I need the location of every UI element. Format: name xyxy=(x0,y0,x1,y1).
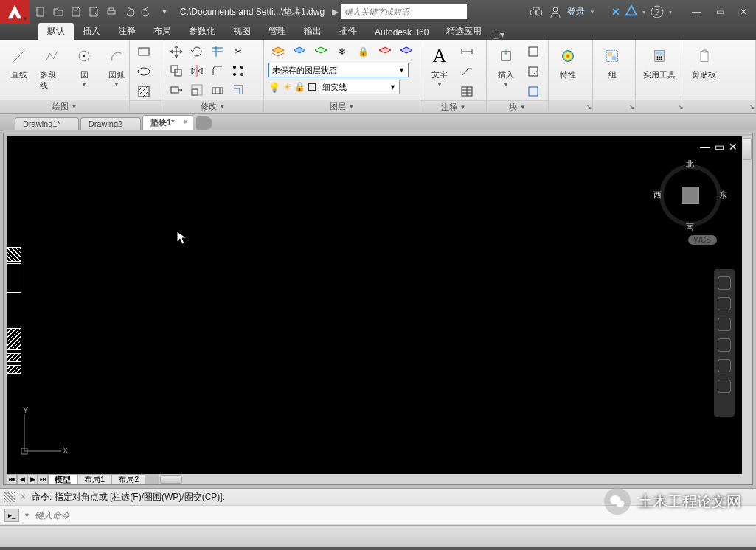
view-cube[interactable]: 北 南 西 东 xyxy=(653,159,727,232)
saveas-icon[interactable] xyxy=(86,4,102,20)
user-icon[interactable] xyxy=(548,4,563,19)
ribbon-tab-insert[interactable]: 插入 xyxy=(74,23,109,40)
login-link[interactable]: 登录 xyxy=(567,6,585,18)
table-icon[interactable] xyxy=(457,83,476,100)
rect-icon[interactable] xyxy=(134,43,153,60)
leader-icon[interactable] xyxy=(457,63,476,80)
create-block-icon[interactable] xyxy=(524,43,543,60)
layer-state-combo[interactable]: 未保存的图层状态▼ xyxy=(268,63,409,77)
cmd-prompt-icon[interactable]: ▸_ xyxy=(4,509,19,522)
layer-combo[interactable]: 细实线▼ xyxy=(319,80,400,94)
dw-restore[interactable]: ▭ xyxy=(715,141,724,153)
ellipse-icon[interactable] xyxy=(134,63,153,80)
exchange-icon[interactable]: ✕ xyxy=(611,6,620,18)
a360-icon[interactable] xyxy=(625,4,638,20)
drawing-canvas[interactable]: — ▭ ✕ 北 南 西 东 WCS YX xyxy=(7,136,742,474)
cmd-recent[interactable]: ▼ xyxy=(24,512,30,519)
ribbon-tab-more[interactable]: ▢▾ xyxy=(490,29,505,40)
panel-annotate-title[interactable]: 注释▼ xyxy=(420,100,486,113)
layout-tab-model[interactable]: 模型 xyxy=(48,474,77,484)
dim-linear-icon[interactable] xyxy=(457,43,476,60)
horizontal-scrollbar[interactable] xyxy=(159,474,742,484)
close-button[interactable]: ✕ xyxy=(734,5,753,18)
clipboard-button[interactable]: 剪贴板 xyxy=(689,43,719,82)
rotate-icon[interactable] xyxy=(187,43,207,60)
open-icon[interactable] xyxy=(50,4,66,20)
layer-off-icon[interactable] xyxy=(375,43,394,60)
ribbon-tab-param[interactable]: 参数化 xyxy=(180,23,224,40)
properties-button[interactable]: 特性 xyxy=(553,43,583,82)
dw-close[interactable]: ✕ xyxy=(729,141,738,153)
layer-freeze-icon[interactable]: ❄ xyxy=(333,43,351,60)
search-input[interactable] xyxy=(344,7,464,16)
ribbon-tab-annotate[interactable]: 注释 xyxy=(109,23,145,40)
stretch-icon[interactable] xyxy=(167,81,186,99)
close-icon[interactable]: × xyxy=(184,118,188,126)
new-tab-button[interactable] xyxy=(196,116,212,130)
qat-more-icon[interactable]: ▼ xyxy=(156,4,173,20)
tab-nav-prev[interactable]: ◀ xyxy=(17,474,27,484)
circle-button[interactable]: 圆▼ xyxy=(69,43,99,88)
new-icon[interactable] xyxy=(32,4,49,20)
cmd-close-icon[interactable]: × xyxy=(21,492,26,502)
utilities-button[interactable]: 实用工具 xyxy=(640,43,679,82)
panel-draw-title[interactable]: 绘图▼ xyxy=(0,100,129,113)
search-box[interactable] xyxy=(341,4,467,19)
insert-button[interactable]: 插入▼ xyxy=(491,43,521,88)
binoculars-icon[interactable] xyxy=(529,4,544,19)
panel-launcher-icon[interactable]: ↘ xyxy=(749,103,755,111)
panel-block-title[interactable]: 块▼ xyxy=(487,100,548,113)
panel-modify-title[interactable]: 修改▼ xyxy=(162,100,263,113)
ribbon-tab-a360[interactable]: Autodesk 360 xyxy=(366,25,437,40)
panel-launcher-icon[interactable]: ↘ xyxy=(678,103,684,111)
panel-launcher-icon[interactable]: ↘ xyxy=(586,103,592,111)
move-icon[interactable] xyxy=(167,43,186,60)
explode-icon[interactable] xyxy=(208,81,227,99)
group-button[interactable]: 组 xyxy=(597,43,627,82)
cmd-grip[interactable] xyxy=(4,492,15,502)
redo-icon[interactable] xyxy=(139,4,155,20)
arc-button[interactable]: 圆弧▼ xyxy=(102,43,131,88)
ribbon-tab-layout[interactable]: 布局 xyxy=(145,23,180,40)
ribbon-tab-manage[interactable]: 管理 xyxy=(260,23,295,40)
vertical-scrollbar[interactable] xyxy=(742,136,752,474)
line-button[interactable]: 直线 xyxy=(4,43,34,82)
sun-icon[interactable]: ☀ xyxy=(283,82,291,92)
tab-nav-last[interactable]: ⏭ xyxy=(38,474,48,484)
bulb-icon[interactable]: 💡 xyxy=(268,82,280,93)
edit-block-icon[interactable] xyxy=(524,63,543,80)
save-icon[interactable] xyxy=(68,4,84,20)
mirror-icon[interactable] xyxy=(187,62,207,80)
tab-nav-first[interactable]: ⏮ xyxy=(7,474,17,484)
extend-icon[interactable]: ✂ xyxy=(229,43,248,60)
attr-icon[interactable] xyxy=(524,83,543,100)
color-swatch[interactable] xyxy=(308,83,316,91)
status-bar[interactable] xyxy=(0,525,756,547)
hatch-icon[interactable] xyxy=(134,83,153,100)
layout-tab-2[interactable]: 布局2 xyxy=(111,474,145,484)
wcs-badge[interactable]: WCS xyxy=(688,235,717,245)
polyline-button[interactable]: 多段线 xyxy=(37,43,66,93)
ribbon-tab-view[interactable]: 视图 xyxy=(224,23,260,40)
layer-iso-icon[interactable] xyxy=(311,43,330,60)
tab-nav-next[interactable]: ▶ xyxy=(27,474,38,484)
layer-states-icon[interactable] xyxy=(290,43,308,60)
ribbon-tab-featured[interactable]: 精选应用 xyxy=(437,23,490,40)
dw-minimize[interactable]: — xyxy=(700,141,710,153)
minimize-button[interactable]: — xyxy=(687,5,706,18)
doc-tab[interactable]: Drawing1* xyxy=(15,117,79,130)
trim-icon[interactable] xyxy=(208,43,227,60)
scale-icon[interactable] xyxy=(187,81,207,99)
maximize-button[interactable]: ▭ xyxy=(710,5,729,18)
lock-icon[interactable]: 🔓 xyxy=(294,82,305,92)
doc-tab[interactable]: Drawing2 xyxy=(80,117,141,130)
fillet-icon[interactable] xyxy=(208,62,227,80)
panel-layer-title[interactable]: 图层▼ xyxy=(264,100,420,113)
layer-match-icon[interactable] xyxy=(397,43,415,60)
copy-icon[interactable] xyxy=(167,62,186,80)
layer-props-icon[interactable] xyxy=(268,43,287,60)
layer-lock-icon[interactable]: 🔒 xyxy=(354,43,372,60)
app-logo[interactable]: ▼ xyxy=(0,0,30,24)
undo-icon[interactable] xyxy=(121,4,137,20)
ribbon-tab-addin[interactable]: 插件 xyxy=(330,23,366,40)
